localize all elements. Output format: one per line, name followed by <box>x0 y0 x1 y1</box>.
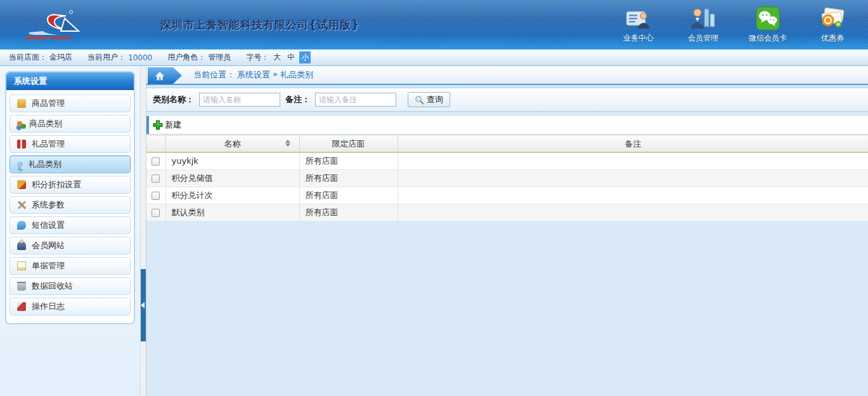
sidebar-item-label: 短信设置 <box>32 220 65 231</box>
system-params-tools-icon <box>17 201 26 209</box>
header-nav: 业务中心 会员管理 <box>614 6 857 44</box>
column-header-remark[interactable]: 备注 <box>398 136 868 152</box>
sidebar-item-sms-settings[interactable]: 短信设置 <box>10 216 131 234</box>
sidebar-item-points-discount[interactable]: 积分折扣设置 <box>10 176 131 194</box>
sort-icon[interactable] <box>285 140 290 147</box>
breadcrumb-prefix: 当前位置： <box>193 69 235 81</box>
column-header-name-label: 名称 <box>224 139 241 148</box>
nav-item-label: 会员管理 <box>679 33 727 44</box>
sidebar-collapse-handle[interactable] <box>141 269 146 341</box>
nav-item-wechat-card[interactable]: 微信会员卡 <box>744 6 792 44</box>
member-management-icon <box>679 6 727 30</box>
search-panel: 类别名称： 备注： 查询 <box>146 88 868 112</box>
gift-box-icon <box>17 140 26 148</box>
table-row[interactable]: 默认类别 所有店面 <box>146 204 868 221</box>
app-title: 深圳市上誉智能科技有限公司{试用版} <box>160 18 360 32</box>
user-role-label: 用户角色： <box>167 52 205 63</box>
row-checkbox[interactable] <box>152 157 160 166</box>
sidebar-item-goods-management[interactable]: 商品管理 <box>10 95 131 112</box>
table-row[interactable]: 积分兑储值 所有店面 <box>146 169 868 187</box>
category-name-input[interactable] <box>199 93 280 107</box>
sidebar-item-document-management[interactable]: 单据管理 <box>10 257 131 275</box>
column-header-remark-label: 备注 <box>625 139 641 148</box>
sidebar-splitter[interactable] <box>140 66 146 396</box>
sidebar-item-system-params[interactable]: 系统参数 <box>10 196 131 214</box>
breadcrumb: 当前位置： 系统设置 » 礼品类别 <box>193 69 313 81</box>
store-cell: 所有店面 <box>299 204 398 221</box>
checkbox-cell <box>146 169 165 187</box>
gift-category-icon <box>17 162 23 168</box>
sidebar-item-label: 系统参数 <box>32 199 65 211</box>
home-button[interactable] <box>148 67 182 84</box>
status-bar: 当前店面：金玛店 当前用户：10000 用户角色：管理员 字号： 大 中 小 <box>0 50 868 66</box>
sidebar-item-goods-category[interactable]: 商品类别 <box>10 115 131 133</box>
current-store-value: 金玛店 <box>49 52 72 63</box>
row-checkbox[interactable] <box>152 175 160 183</box>
name-cell: 积分兑计次 <box>165 187 299 204</box>
row-checkbox[interactable] <box>152 209 160 217</box>
sidebar-item-gift-category[interactable]: 礼品类别 <box>10 155 131 173</box>
company-logo <box>20 7 157 43</box>
home-icon <box>154 71 165 81</box>
row-checkbox[interactable] <box>152 192 160 200</box>
user-role: 用户角色：管理员 <box>167 52 231 63</box>
coupon-icon <box>808 6 857 30</box>
document-icon <box>17 261 26 270</box>
column-header-store[interactable]: 限定店面 <box>299 136 398 152</box>
checkbox-cell <box>146 187 165 204</box>
column-header-store-label: 限定店面 <box>332 139 365 148</box>
recycle-bin-icon <box>17 282 26 291</box>
goods-category-icon <box>17 121 22 126</box>
sidebar-item-gift-management[interactable]: 礼品管理 <box>10 135 131 153</box>
nav-item-coupon[interactable]: 优惠券 <box>808 6 857 44</box>
column-header-name[interactable]: 名称 <box>165 136 299 152</box>
sidebar-item-label: 商品管理 <box>32 98 65 109</box>
table-row[interactable]: yuykjk 所有店面 <box>146 152 868 169</box>
search-icon <box>415 95 424 105</box>
name-cell: 积分兑储值 <box>165 169 299 187</box>
remark-cell <box>398 204 868 221</box>
query-button[interactable]: 查询 <box>408 92 450 107</box>
sidebar-item-label: 单据管理 <box>32 260 65 272</box>
sidebar-panel: 系统设置 商品管理 商品类别 礼品管理 礼品类别 积分折扣设置 <box>5 71 135 324</box>
breadcrumb-bar: 当前位置： 系统设置 » 礼品类别 <box>146 66 868 85</box>
nav-item-label: 业务中心 <box>614 33 663 44</box>
table-row[interactable]: 积分兑计次 所有店面 <box>146 187 868 204</box>
collapse-left-arrow-icon <box>141 302 145 308</box>
app-header: 深圳市上誉智能科技有限公司{试用版} 业务中心 <box>0 0 868 50</box>
font-size-switcher: 字号： 大 中 小 <box>246 51 311 63</box>
nav-item-label: 微信会员卡 <box>744 33 792 44</box>
sidebar-item-label: 数据回收站 <box>32 280 73 292</box>
select-all-header-cell <box>146 136 165 152</box>
sidebar-item-operation-log[interactable]: 操作日志 <box>10 298 131 315</box>
font-size-large[interactable]: 大 <box>271 51 283 63</box>
new-button[interactable]: 新建 <box>153 119 181 131</box>
nav-item-business-center[interactable]: 业务中心 <box>614 6 663 44</box>
member-website-icon <box>17 241 26 250</box>
current-store-label: 当前店面： <box>9 52 47 63</box>
query-button-label: 查询 <box>427 94 443 105</box>
current-user-value: 10000 <box>128 53 152 62</box>
sidebar-column: 系统设置 商品管理 商品类别 礼品管理 礼品类别 积分折扣设置 <box>0 66 140 396</box>
font-size-small[interactable]: 小 <box>299 51 311 63</box>
sidebar-item-label: 积分折扣设置 <box>32 179 81 190</box>
gift-category-table: 名称 限定店面 备注 yuykjk 所有店面 积分兑储值 所有店面 <box>146 136 868 221</box>
user-role-value: 管理员 <box>208 52 231 63</box>
font-size-medium[interactable]: 中 <box>285 51 297 63</box>
remark-input[interactable] <box>315 93 396 107</box>
sidebar-item-recycle-bin[interactable]: 数据回收站 <box>10 277 131 295</box>
current-store: 当前店面：金玛店 <box>9 52 72 63</box>
table-header-row: 名称 限定店面 备注 <box>146 136 868 152</box>
category-name-label: 类别名称： <box>153 94 194 105</box>
sidebar-item-member-website[interactable]: 会员网站 <box>10 237 131 254</box>
store-cell: 所有店面 <box>299 187 398 204</box>
current-user: 当前用户：10000 <box>87 52 152 63</box>
points-discount-icon <box>17 180 26 189</box>
checkbox-cell <box>146 204 165 221</box>
name-cell: 默认类别 <box>165 204 299 221</box>
main-region: 系统设置 商品管理 商品类别 礼品管理 礼品类别 积分折扣设置 <box>0 66 868 396</box>
store-cell: 所有店面 <box>299 152 398 169</box>
sidebar-title: 系统设置 <box>6 72 134 90</box>
breadcrumb-page: 礼品类别 <box>280 69 313 81</box>
nav-item-member-management[interactable]: 会员管理 <box>679 6 727 44</box>
